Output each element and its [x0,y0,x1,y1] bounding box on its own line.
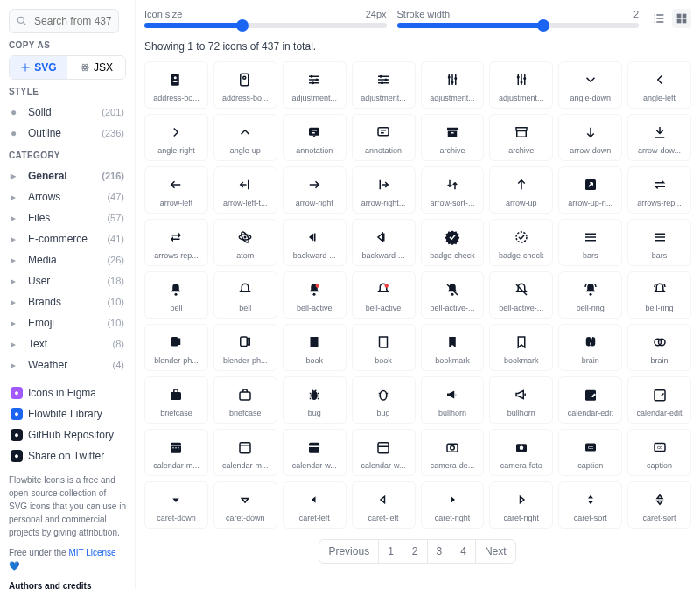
category-brands[interactable]: ▸Brands(10) [9,291,126,312]
icon-card[interactable]: calendar-m... [144,429,208,476]
icon-card[interactable]: caret-down [144,481,208,529]
icon-card[interactable]: annotation [352,114,416,161]
icon-card[interactable]: badge-check [421,219,485,266]
icon-card[interactable]: bell-active-... [421,271,485,319]
mit-license-link[interactable]: MIT License [68,548,116,557]
icon-card[interactable]: blender-ph... [214,324,277,371]
icon-card[interactable]: arrow-right [283,166,346,214]
icon-card[interactable]: bell [144,271,208,319]
style-filter-solid[interactable]: ●Solid(201) [9,102,126,123]
page-next[interactable]: Next [475,539,516,564]
icon-card[interactable]: bars [558,219,622,266]
icon-card[interactable]: caret-sort [558,481,622,529]
category-e-commerce[interactable]: ▸E-commerce(41) [9,228,126,249]
page-1[interactable]: 1 [378,539,403,564]
icon-card[interactable]: caption [558,429,622,476]
link-icons-in-figma[interactable]: ●Icons in Figma [9,382,126,403]
icon-card[interactable]: bullhorn [421,376,485,424]
category-files[interactable]: ▸Files(57) [9,207,126,228]
icon-card[interactable]: badge-check [489,219,553,266]
page-2[interactable]: 2 [402,539,428,564]
icon-card[interactable]: blender-ph... [144,324,208,371]
icon-card[interactable]: bell-ring [558,271,622,319]
link-github-repository[interactable]: ●GitHub Repository [9,424,126,445]
icon-card[interactable]: bookmark [421,324,485,371]
page-prev[interactable]: Previous [318,539,379,564]
view-grid-button[interactable] [672,9,691,28]
category-media[interactable]: ▸Media(26) [9,249,126,270]
icon-card[interactable]: bell-ring [627,271,691,319]
icon-card[interactable]: calendar-edit [627,376,691,424]
icon-card[interactable]: camera-foto [489,429,553,476]
copy-as-svg[interactable]: SVG [10,56,67,79]
icon-card[interactable]: calendar-w... [283,429,346,476]
icon-card[interactable]: brain [627,324,691,371]
icon-card[interactable]: angle-right [144,114,208,161]
icon-card[interactable]: archive [489,114,553,161]
page-4[interactable]: 4 [451,539,476,564]
icon-card[interactable]: camera-de... [421,429,485,476]
icon-card[interactable]: atom [214,219,277,266]
icon-card[interactable]: arrow-left [144,166,208,214]
icon-card[interactable]: angle-left [627,61,691,109]
icon-card[interactable]: adjustment... [421,61,485,109]
icon-card[interactable]: adjustment... [489,61,553,109]
icon-card[interactable]: caption [627,429,691,476]
page-3[interactable]: 3 [427,539,452,564]
category-arrows[interactable]: ▸Arrows(47) [9,186,126,207]
icon-card[interactable]: calendar-w... [352,429,416,476]
category-weather[interactable]: ▸Weather(4) [9,354,126,375]
icon-card[interactable]: arrow-down [558,114,622,161]
icon-card[interactable]: briefcase [144,376,208,424]
icon-card[interactable]: angle-up [214,114,277,161]
icon-card[interactable]: bug [283,376,346,424]
icon-size-slider[interactable]: Icon size24px [144,9,387,28]
icon-card[interactable]: caret-right [421,481,485,529]
icon-card[interactable]: bell-active [283,271,346,319]
icon-card[interactable]: caret-sort [627,481,691,529]
icon-card[interactable]: angle-down [558,61,622,109]
icon-card[interactable]: arrows-rep... [144,219,208,266]
link-share-on-twitter[interactable]: ●Share on Twitter [9,445,126,466]
icon-card[interactable]: caret-left [283,481,346,529]
icon-card[interactable]: bars [627,219,691,266]
icon-card[interactable]: backward-... [283,219,346,266]
icon-card[interactable]: calendar-m... [214,429,277,476]
copy-as-jsx[interactable]: JSX [67,56,125,79]
icon-card[interactable]: arrow-up [489,166,553,214]
icon-card[interactable]: caret-down [214,481,277,529]
stroke-width-slider[interactable]: Stroke width2 [397,9,640,28]
icon-card[interactable]: book [283,324,346,371]
icon-card[interactable]: address-bo... [214,61,277,109]
icon-card[interactable]: archive [421,114,485,161]
icon-card[interactable]: brain [558,324,622,371]
icon-card[interactable]: annotation [283,114,346,161]
icon-card[interactable]: arrow-up-ri... [558,166,622,214]
category-text[interactable]: ▸Text(8) [9,333,126,354]
icon-card[interactable]: arrow-right... [352,166,416,214]
icon-card[interactable]: adjustment... [352,61,416,109]
icon-card[interactable]: bell [214,271,277,319]
icon-card[interactable]: backward-... [352,219,416,266]
icon-card[interactable]: arrow-sort-... [421,166,485,214]
icon-card[interactable]: arrow-left-t... [214,166,277,214]
icon-card[interactable]: address-bo... [144,61,208,109]
icon-card[interactable]: caret-right [489,481,553,529]
icon-card[interactable]: bug [352,376,416,424]
style-filter-outline[interactable]: ●Outline(236) [9,123,126,144]
icon-card[interactable]: bell-active-... [489,271,553,319]
icon-card[interactable]: arrows-rep... [627,166,691,214]
category-emoji[interactable]: ▸Emoji(10) [9,312,126,333]
icon-card[interactable]: briefcase [214,376,277,424]
category-user[interactable]: ▸User(18) [9,270,126,291]
icon-card[interactable]: calendar-edit [558,376,622,424]
category-general[interactable]: ▸General(216) [9,165,126,186]
icon-card[interactable]: bell-active [352,271,416,319]
icon-card[interactable]: book [352,324,416,371]
icon-card[interactable]: caret-left [352,481,416,529]
icon-card[interactable]: arrow-dow... [627,114,691,161]
link-flowbite-library[interactable]: ●Flowbite Library [9,403,126,424]
view-list-button[interactable] [649,9,668,28]
icon-card[interactable]: bookmark [489,324,553,371]
icon-card[interactable]: bullhorn [489,376,553,424]
